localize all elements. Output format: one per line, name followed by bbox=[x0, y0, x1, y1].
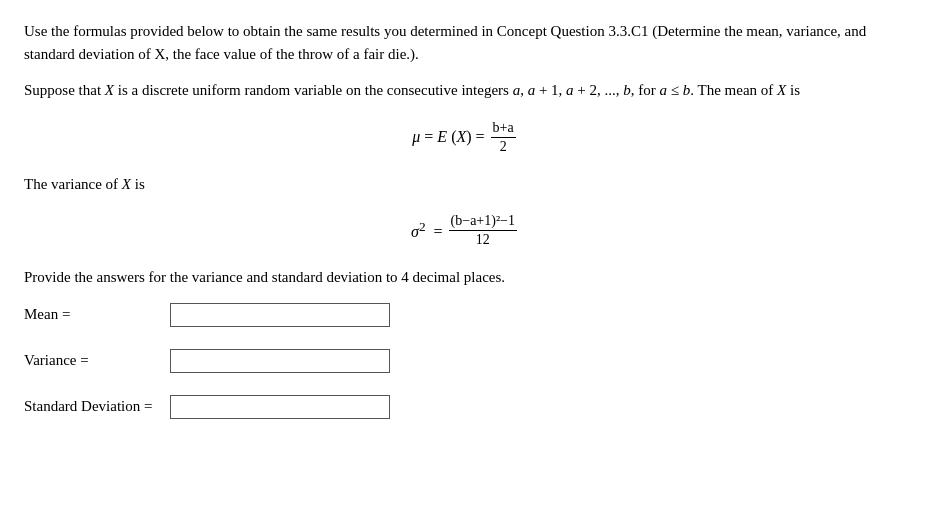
suppose-text-2: is a discrete uniform random variable on… bbox=[114, 82, 513, 98]
intro-text-1: Use the formulas provided below to obtai… bbox=[24, 23, 866, 62]
for-text: , for bbox=[631, 82, 660, 98]
suppose-text-1: Suppose that bbox=[24, 82, 105, 98]
std-dev-input[interactable] bbox=[170, 395, 390, 419]
is-text-1: is bbox=[786, 82, 800, 98]
intro-paragraph-2: Suppose that X is a discrete uniform ran… bbox=[24, 79, 904, 102]
plus-2: + 2, ..., bbox=[574, 82, 624, 98]
std-dev-input-row: Standard Deviation = bbox=[24, 395, 904, 419]
variance-text-2: is bbox=[131, 176, 145, 192]
variance-input[interactable] bbox=[170, 349, 390, 373]
mean-numerator: b+a bbox=[491, 120, 516, 138]
variance-label: Variance = bbox=[24, 352, 164, 369]
variance-numerator: (b−a+1)²−1 bbox=[449, 213, 517, 231]
plus-1: + 1, bbox=[535, 82, 566, 98]
variance-input-row: Variance = bbox=[24, 349, 904, 373]
variance-formula-block: σ2 = (b−a+1)²−1 12 bbox=[24, 213, 904, 248]
variance-formula: σ2 = (b−a+1)²−1 12 bbox=[411, 213, 517, 248]
b-var-1: b bbox=[623, 82, 631, 98]
variance-paragraph: The variance of X is bbox=[24, 173, 904, 196]
variance-text-1: The variance of bbox=[24, 176, 122, 192]
mean-fraction: b+a 2 bbox=[491, 120, 516, 155]
std-dev-label: Standard Deviation = bbox=[24, 398, 164, 415]
variance-fraction: (b−a+1)²−1 12 bbox=[449, 213, 517, 248]
leq: ≤ bbox=[667, 82, 683, 98]
variance-lhs: σ2 = bbox=[411, 219, 443, 241]
mean-input[interactable] bbox=[170, 303, 390, 327]
decimal-note-paragraph: Provide the answers for the variance and… bbox=[24, 266, 904, 289]
comma-1: , bbox=[520, 82, 528, 98]
mean-of-x: . The mean of bbox=[690, 82, 777, 98]
a-var-4: a bbox=[660, 82, 668, 98]
mean-lhs: μ = E (X) = bbox=[412, 128, 484, 146]
x-variable-1: X bbox=[105, 82, 114, 98]
mean-input-row: Mean = bbox=[24, 303, 904, 327]
mean-label: Mean = bbox=[24, 306, 164, 323]
intro-paragraph-1: Use the formulas provided below to obtai… bbox=[24, 20, 904, 65]
mean-formula-block: μ = E (X) = b+a 2 bbox=[24, 120, 904, 155]
x-variable-3: X bbox=[122, 176, 131, 192]
content-area: Use the formulas provided below to obtai… bbox=[24, 20, 904, 419]
a-var-3: a bbox=[566, 82, 574, 98]
x-variable-2: X bbox=[777, 82, 786, 98]
variance-denominator: 12 bbox=[474, 231, 492, 248]
mean-formula: μ = E (X) = b+a 2 bbox=[412, 120, 515, 155]
mean-denominator: 2 bbox=[498, 138, 509, 155]
decimal-note-text: Provide the answers for the variance and… bbox=[24, 269, 505, 285]
